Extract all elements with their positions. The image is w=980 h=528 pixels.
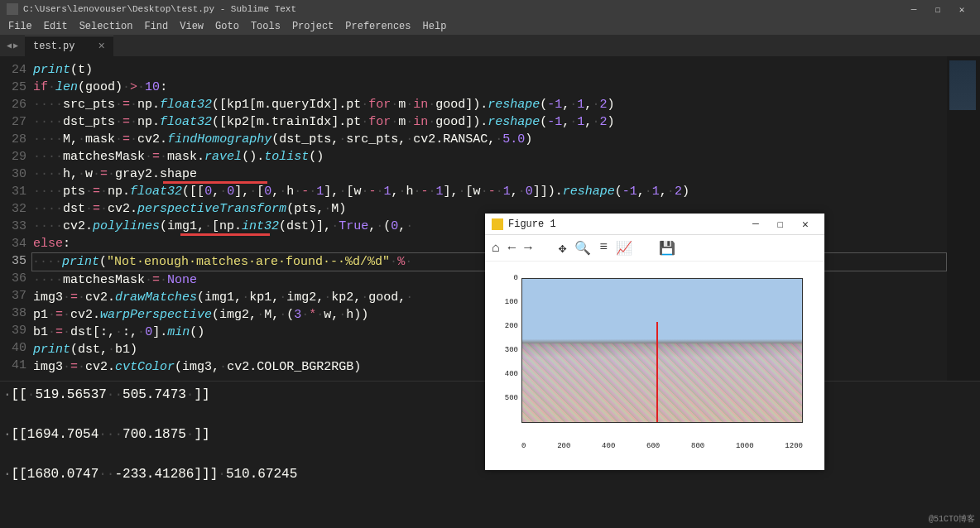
configure-icon[interactable]: ≡ [599, 240, 608, 257]
pan-icon[interactable]: ✥ [559, 240, 567, 257]
window-maximize[interactable]: ☐ [926, 2, 949, 17]
window-close[interactable]: ✕ [950, 2, 973, 17]
home-icon[interactable]: ⌂ [492, 241, 500, 256]
figure-minimize[interactable]: — [743, 218, 768, 230]
tab-testpy[interactable]: test.py × [25, 36, 113, 56]
menu-file[interactable]: File [3, 19, 37, 34]
menu-help[interactable]: Help [418, 19, 452, 34]
plot-image [521, 278, 803, 423]
tab-close-icon[interactable]: × [98, 40, 104, 53]
code-line: ····dst_pts·=·np.float32([kp2[m.trainIdx… [33, 113, 947, 131]
figure-canvas[interactable]: 0100200 300400500 0200400 60080010001200 [485, 262, 824, 468]
plot-area [521, 278, 803, 423]
figure-maximize[interactable]: ☐ [768, 218, 793, 231]
watermark: @51CTO博客 [929, 513, 975, 525]
code-line: ····src_pts·=·np.float32([kp1[m.queryIdx… [33, 96, 947, 113]
app-icon [7, 3, 18, 15]
menu-project[interactable]: Project [287, 19, 339, 34]
code-line: ····matchesMask·=·mask.ravel().tolist() [33, 148, 947, 166]
menu-goto[interactable]: Goto [210, 19, 244, 34]
figure-title: Figure 1 [508, 218, 743, 230]
x-axis-ticks: 0200400 60080010001200 [521, 442, 803, 450]
code-line: ····pts·=·np.float32([[0,·0],·[0,·h·-·1]… [33, 183, 947, 200]
code-line: ····M,·mask·=·cv2.findHomography(dst_pts… [33, 131, 947, 148]
code-line: if·len(good)·>·10: [33, 79, 947, 96]
line-gutter: 242526 272829 303132 333435 363738 39404… [0, 56, 33, 381]
window-titlebar: C:\Users\lenovouser\Desktop\test.py - Su… [0, 0, 980, 18]
matplotlib-figure-window[interactable]: Figure 1 — ☐ ✕ ⌂ ← → ✥ 🔍 ≡ 📈 💾 0100200 3… [485, 214, 824, 470]
menu-selection[interactable]: Selection [74, 19, 138, 34]
menu-bar: File Edit Selection Find View Goto Tools… [0, 18, 980, 35]
code-line: ····h,·w·=·gray2.shape [33, 166, 947, 183]
menu-view[interactable]: View [175, 19, 209, 34]
tab-strip: ◀ ▶ test.py × [0, 35, 980, 56]
window-title: C:\Users\lenovouser\Desktop\test.py - Su… [23, 4, 902, 14]
figure-titlebar[interactable]: Figure 1 — ☐ ✕ [485, 214, 824, 235]
figure-close[interactable]: ✕ [793, 218, 818, 231]
window-minimize[interactable]: — [902, 2, 925, 17]
figure-toolbar: ⌂ ← → ✥ 🔍 ≡ 📈 💾 [485, 235, 824, 262]
tab-nav-left[interactable]: ◀ [7, 41, 12, 50]
back-icon[interactable]: ← [508, 241, 516, 256]
tab-label: test.py [33, 41, 74, 52]
axis-icon[interactable]: 📈 [616, 240, 632, 257]
y-axis-ticks: 0100200 300400500 [500, 274, 518, 418]
menu-find[interactable]: Find [139, 19, 173, 34]
menu-tools[interactable]: Tools [246, 19, 286, 34]
figure-app-icon [492, 218, 503, 230]
menu-preferences[interactable]: Preferences [340, 19, 416, 34]
code-line: print(t) [33, 61, 947, 79]
tab-nav-right[interactable]: ▶ [13, 41, 18, 50]
save-icon[interactable]: 💾 [659, 240, 675, 257]
forward-icon[interactable]: → [524, 241, 532, 256]
zoom-icon[interactable]: 🔍 [574, 240, 591, 257]
minimap[interactable] [947, 56, 980, 381]
menu-edit[interactable]: Edit [39, 19, 73, 34]
